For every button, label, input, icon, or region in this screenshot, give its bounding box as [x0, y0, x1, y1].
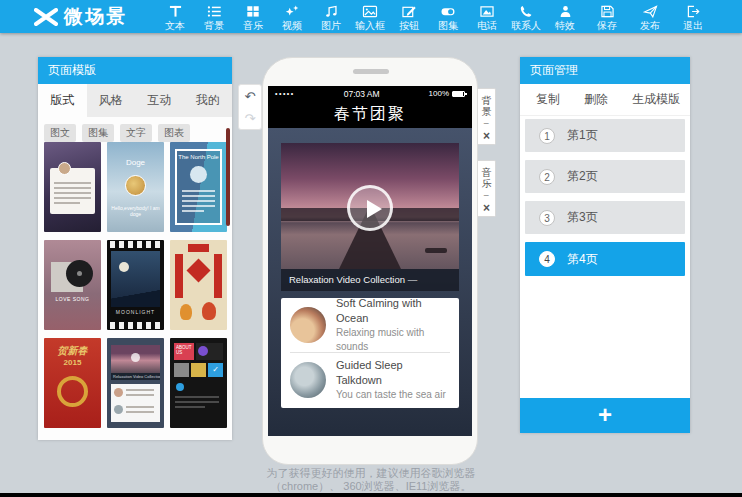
thumb-avatar: [190, 166, 207, 183]
playlist-thumb-ocean: [290, 307, 326, 343]
template-thumbnail-metro-tiles[interactable]: ABOUT US ✓: [170, 338, 227, 428]
check-tile: ✓: [208, 363, 223, 377]
thumb-title: The North Pole: [170, 154, 227, 160]
page-manager-panel: 页面管理 复制 删除 生成模版 1 第1页 2 第2页 3 第3页 4 第4页 …: [520, 57, 690, 433]
filter-chart[interactable]: 图表: [158, 124, 190, 142]
film-sprockets: [107, 322, 164, 329]
toolbar-item-input[interactable]: 输入框: [355, 2, 385, 32]
page-item-3[interactable]: 3 第3页: [525, 201, 685, 234]
delete-page-button[interactable]: 删除: [584, 91, 608, 108]
page-item-2[interactable]: 2 第2页: [525, 160, 685, 193]
save-button[interactable]: 保存: [592, 2, 622, 32]
top-toolbar: 微场景 文本 背景 音乐 视频 图片: [0, 0, 742, 33]
toolbar-item-label: 音乐: [243, 19, 263, 32]
phone-tile-icon: [198, 346, 208, 356]
tab-layout[interactable]: 版式: [38, 84, 87, 117]
playlist-item[interactable]: Guided Sleep Talkdown You can taste the …: [290, 353, 450, 407]
page-number-badge: 4: [539, 251, 555, 267]
playlist-thumb-sea: [290, 362, 326, 398]
toolbar-item-label: 图集: [438, 19, 458, 32]
toolbar-item-label: 特效: [555, 19, 575, 32]
minus-icon[interactable]: −: [484, 119, 490, 129]
page-item-4-active[interactable]: 4 第4页: [525, 242, 685, 276]
publish-button[interactable]: 发布: [635, 2, 665, 32]
filter-gallery[interactable]: 图集: [82, 124, 114, 142]
minus-icon[interactable]: −: [484, 191, 490, 201]
playlist-item-subtitle: Relaxing music with sounds: [336, 326, 450, 354]
template-thumbnail-profile-card[interactable]: [44, 142, 101, 232]
undo-button[interactable]: ↶: [239, 85, 261, 107]
stars-icon: [285, 5, 300, 19]
toolbar-item-label: 视频: [282, 19, 302, 32]
template-thumbnail-north-pole[interactable]: The North Pole: [170, 142, 227, 232]
tab-style[interactable]: 风格: [87, 84, 136, 117]
layer-tab-music[interactable]: 音乐 − ×: [478, 160, 496, 217]
playlist-item-subtitle: You can taste the sea air: [336, 388, 450, 402]
template-panel-title: 页面模版: [38, 57, 232, 84]
thumb-card: [50, 168, 95, 214]
battery-icon: [452, 91, 465, 97]
edit-icon: [401, 5, 417, 19]
template-thumbnail-love-song[interactable]: LOVE SONG: [44, 240, 101, 330]
template-thumbnail-moonlight[interactable]: MOONLIGHT: [107, 240, 164, 330]
left-panel-scrollbar[interactable]: [226, 128, 230, 226]
page-number-badge: 3: [539, 210, 555, 226]
template-thumbnail-spring-festival[interactable]: 贺新春 2015: [44, 338, 101, 428]
tab-interaction[interactable]: 互动: [135, 84, 184, 117]
film-sprockets: [107, 241, 164, 248]
playlist-card: Soft Calming with Ocean Relaxing music w…: [281, 298, 459, 408]
battery-percent: 100%: [429, 89, 449, 98]
thumb-title: Relaxation Video Collection: [111, 373, 160, 380]
template-thumbnail-doge[interactable]: Doge Hello,everybody! I am doge: [107, 142, 164, 232]
tab-mine[interactable]: 我的: [184, 84, 233, 117]
browser-advice-text: 为了获得更好的使用，建议使用谷歌浏览器 （chrome）、 360浏览器、IE1…: [0, 467, 742, 493]
close-icon[interactable]: ×: [483, 130, 490, 142]
framed-image-icon: [479, 5, 495, 19]
thumb-title: Doge: [107, 158, 164, 167]
close-icon[interactable]: ×: [483, 202, 490, 214]
generate-template-button[interactable]: 生成模版: [632, 91, 680, 108]
toolbar-item-text[interactable]: 文本: [160, 2, 190, 32]
app-logo[interactable]: 微场景: [0, 4, 136, 30]
footer-line-1: 为了获得更好的使用，建议使用谷歌浏览器: [0, 467, 742, 480]
grid-icon: [246, 5, 260, 19]
video-element[interactable]: Relaxation Video Collection —: [281, 143, 459, 291]
gold-wreath: [57, 376, 88, 407]
add-page-button[interactable]: +: [520, 398, 690, 433]
filter-text[interactable]: 文字: [120, 124, 152, 142]
moon-graphic: [119, 262, 129, 272]
page-manager-title: 页面管理: [520, 57, 690, 84]
toolbar-item-contacts[interactable]: 联系人: [511, 2, 541, 32]
template-panel: 页面模版 版式 风格 互动 我的 图文 图集 文字 图表 Doge: [38, 57, 232, 440]
image-icon: [362, 5, 378, 19]
toolbar-item-phone-call[interactable]: 电话: [472, 2, 502, 32]
copy-page-button[interactable]: 复制: [536, 91, 560, 108]
template-thumbnail-video-collection[interactable]: Relaxation Video Collection: [107, 338, 164, 428]
toolbar-file-group: 保存 发布 退出: [592, 2, 742, 32]
redo-button[interactable]: ↷: [239, 107, 261, 129]
toolbar-item-video[interactable]: 视频: [277, 2, 307, 32]
video-caption: Relaxation Video Collection —: [281, 269, 459, 291]
filter-image-text[interactable]: 图文: [44, 124, 76, 142]
toolbar-item-effects[interactable]: 特效: [550, 2, 580, 32]
exit-button[interactable]: 退出: [678, 2, 708, 32]
template-thumbnail-new-year[interactable]: [170, 240, 227, 330]
thumb-title: ABOUT US: [174, 343, 194, 360]
playlist-item[interactable]: Soft Calming with Ocean Relaxing music w…: [290, 298, 450, 352]
toolbar-item-gallery[interactable]: 图集: [433, 2, 463, 32]
toolbar-item-music[interactable]: 音乐: [238, 2, 268, 32]
toolbar-item-background[interactable]: 背景: [199, 2, 229, 32]
layer-tab-background[interactable]: 背景 − ×: [478, 88, 496, 145]
layer-tab-label: 音乐: [481, 167, 492, 189]
toolbar-item-label: 退出: [683, 19, 703, 32]
footer-line-2: （chrome）、 360浏览器、IE11浏览器。: [0, 480, 742, 493]
toolbar-item-button[interactable]: 按钮: [394, 2, 424, 32]
phone-icon: [519, 5, 534, 19]
person-icon: [558, 5, 573, 19]
toolbar-item-image[interactable]: 图片: [316, 2, 346, 32]
status-time: 07:03 AM: [295, 89, 429, 99]
play-button[interactable]: [347, 185, 393, 231]
toolbar-item-label: 背景: [204, 19, 224, 32]
page-item-1[interactable]: 1 第1页: [525, 119, 685, 152]
page-number-badge: 1: [539, 128, 555, 144]
